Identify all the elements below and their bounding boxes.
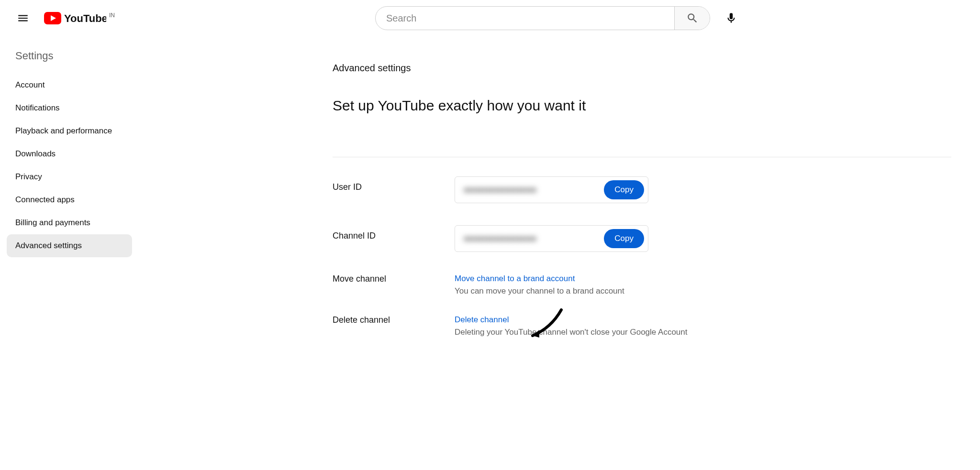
menu-icon — [17, 12, 29, 24]
settings-title: Settings — [7, 43, 132, 74]
sidebar-item-account[interactable]: Account — [7, 74, 132, 97]
top-bar: YouTube IN — [0, 0, 980, 36]
delete-channel-row: Delete channel Delete channel Deleting y… — [333, 315, 980, 337]
channel-id-box: ■■■■■■■■■■■■■■ Copy — [455, 225, 648, 252]
channel-id-row: Channel ID ■■■■■■■■■■■■■■ Copy — [333, 225, 980, 252]
svg-text:YouTube: YouTube — [64, 12, 106, 24]
search-input[interactable] — [376, 13, 674, 24]
sidebar-item-downloads[interactable]: Downloads — [7, 142, 132, 165]
delete-channel-label: Delete channel — [333, 315, 455, 325]
sidebar-item-playback[interactable]: Playback and performance — [7, 120, 132, 142]
country-code: IN — [109, 12, 115, 19]
delete-channel-link[interactable]: Delete channel — [455, 315, 509, 324]
copy-channel-id-button[interactable]: Copy — [604, 229, 644, 248]
search-box — [375, 6, 710, 30]
move-channel-link[interactable]: Move channel to a brand account — [455, 274, 575, 283]
sidebar-item-billing[interactable]: Billing and payments — [7, 211, 132, 234]
sidebar-item-notifications[interactable]: Notifications — [7, 97, 132, 120]
sidebar-item-privacy[interactable]: Privacy — [7, 165, 132, 188]
channel-id-value: ■■■■■■■■■■■■■■ — [464, 234, 604, 244]
hamburger-menu-button[interactable] — [13, 9, 33, 28]
user-id-row: User ID ■■■■■■■■■■■■■■ Copy — [333, 176, 980, 203]
user-id-value: ■■■■■■■■■■■■■■ — [464, 185, 604, 195]
voice-search-button[interactable] — [721, 8, 742, 29]
channel-id-label: Channel ID — [333, 225, 455, 241]
move-channel-row: Move channel Move channel to a brand acc… — [333, 274, 980, 296]
microphone-icon — [725, 12, 737, 24]
page-section-title: Advanced settings — [333, 63, 980, 74]
move-channel-label: Move channel — [333, 274, 455, 284]
main-content: Advanced settings Set up YouTube exactly… — [139, 36, 980, 359]
sidebar-item-advanced-settings[interactable]: Advanced settings — [7, 234, 132, 257]
sidebar-item-connected-apps[interactable]: Connected apps — [7, 188, 132, 211]
page-heading: Set up YouTube exactly how you want it — [333, 98, 980, 114]
user-id-label: User ID — [333, 176, 455, 192]
search-button[interactable] — [674, 7, 710, 30]
search-icon — [686, 12, 699, 24]
logo[interactable]: YouTube IN — [44, 11, 115, 25]
delete-channel-subtext: Deleting your YouTube channel won't clos… — [455, 328, 980, 337]
settings-sidebar: Settings Account Notifications Playback … — [0, 36, 139, 359]
search-area — [375, 6, 742, 30]
move-channel-subtext: You can move your channel to a brand acc… — [455, 286, 980, 296]
divider — [333, 157, 951, 157]
copy-user-id-button[interactable]: Copy — [604, 180, 644, 199]
youtube-logo-icon: YouTube — [44, 11, 106, 25]
user-id-box: ■■■■■■■■■■■■■■ Copy — [455, 176, 648, 203]
page-body: Settings Account Notifications Playback … — [0, 36, 980, 359]
